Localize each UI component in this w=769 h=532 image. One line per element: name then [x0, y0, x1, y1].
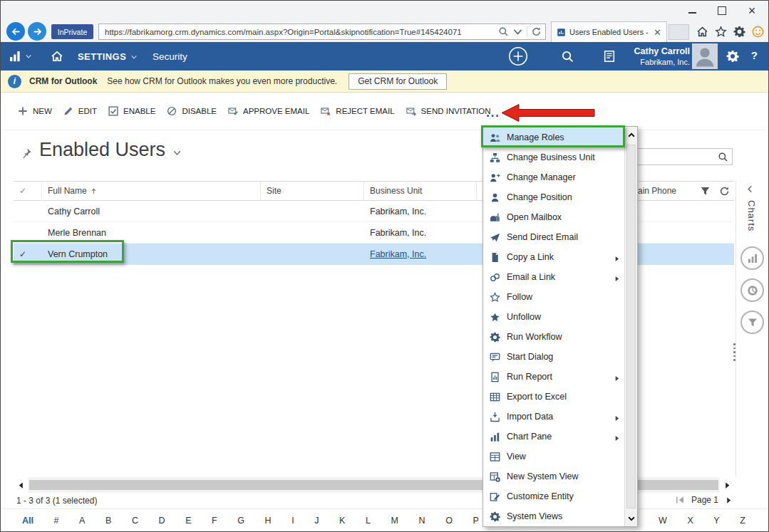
alphabet-letter-g[interactable]: G	[237, 516, 244, 526]
quick-create-icon[interactable]	[508, 46, 528, 66]
funnel-chart-button[interactable]	[740, 311, 764, 334]
column-header-business-unit[interactable]: Business Unit	[364, 182, 477, 200]
get-crm-outlook-button[interactable]: Get CRM for Outlook	[349, 73, 447, 90]
menu-item-customize-entity[interactable]: Customize Entity	[483, 486, 625, 506]
row-checkbox[interactable]	[14, 222, 42, 243]
scroll-right-button[interactable]	[720, 477, 734, 493]
nav-home-icon[interactable]	[51, 50, 63, 63]
menu-item-change-manager[interactable]: Change Manager	[483, 167, 625, 187]
bar-chart-button[interactable]	[740, 246, 764, 270]
menu-scroll-down-button[interactable]	[625, 510, 637, 526]
command-disable[interactable]: DISABLE	[167, 106, 217, 116]
alphabet-letter-c[interactable]: C	[132, 516, 138, 526]
menu-item-run-workflow[interactable]: Run Workflow	[483, 327, 625, 347]
menu-item-run-report[interactable]: Run Report	[483, 367, 625, 387]
menu-item-send-direct-email[interactable]: Send Direct Email	[483, 227, 625, 247]
menu-item-chart-pane[interactable]: Chart Pane	[483, 427, 625, 447]
menu-scroll-track[interactable]	[626, 143, 636, 510]
alphabet-letter-m[interactable]: M	[391, 516, 398, 526]
menu-item-export-to-excel[interactable]: Export to Excel	[483, 387, 625, 407]
alphabet-letter-o[interactable]: O	[445, 516, 453, 526]
command-enable[interactable]: ENABLE	[108, 106, 155, 116]
menu-item-unfollow[interactable]: Unfollow	[483, 307, 625, 327]
select-all-checkbox[interactable]	[14, 182, 42, 200]
menu-scroll-up-button[interactable]	[625, 127, 637, 143]
user-info[interactable]: Cathy Carroll Fabrikam, Inc.	[634, 46, 691, 67]
alphabet-letter-i[interactable]: I	[291, 516, 294, 526]
alphabet-letter-y[interactable]: Y	[713, 516, 719, 526]
back-button[interactable]	[6, 22, 25, 41]
url-input[interactable]	[99, 28, 498, 36]
view-selector[interactable]: Enabled Users	[39, 139, 182, 161]
alphabet-letter-n[interactable]: N	[419, 516, 425, 526]
column-header-site[interactable]: Site	[261, 182, 364, 200]
nav-area-security[interactable]: Security	[153, 51, 187, 62]
cell-full-name[interactable]: Vern Crumpton	[42, 244, 261, 264]
home-icon[interactable]	[696, 26, 708, 38]
command-new[interactable]: NEW	[18, 106, 52, 116]
next-page-icon[interactable]	[725, 496, 733, 504]
avatar[interactable]	[692, 43, 718, 69]
alphabet-letter-e[interactable]: E	[185, 516, 191, 526]
menu-item-change-position[interactable]: Change Position	[483, 187, 625, 207]
command-reject-email[interactable]: REJECT EMAIL	[321, 106, 394, 116]
menu-item-view[interactable]: View	[483, 447, 625, 466]
forward-button[interactable]	[28, 22, 46, 41]
alphabet-letter-l[interactable]: L	[366, 516, 371, 526]
alphabet-letter-x[interactable]: X	[687, 516, 693, 526]
alphabet-letter-d[interactable]: D	[159, 516, 165, 526]
tab-close-icon[interactable]: ✕	[654, 28, 661, 37]
menu-item-change-business-unit[interactable]: Change Business Unit	[483, 147, 625, 167]
rail-resize-grip[interactable]	[733, 343, 736, 361]
cell-full-name[interactable]: Merle Brennan	[42, 222, 261, 243]
help-button[interactable]: ?	[751, 49, 758, 61]
alphabet-letter-w[interactable]: W	[659, 516, 667, 526]
business-unit-value[interactable]: Fabrikam, Inc.	[370, 249, 426, 259]
menu-item-follow[interactable]: Follow	[483, 287, 625, 307]
refresh-icon[interactable]	[531, 26, 542, 37]
search-icon[interactable]	[498, 26, 509, 37]
column-header-full-name[interactable]: Full Name	[42, 182, 261, 200]
alphabet-letter-h[interactable]: H	[265, 516, 272, 526]
search-icon[interactable]	[718, 152, 728, 162]
expand-charts-chevron-icon[interactable]	[746, 185, 754, 193]
menu-item-email-a-link[interactable]: Email a Link	[483, 267, 625, 287]
menu-item-import-data[interactable]: Import Data	[483, 407, 625, 427]
scroll-left-button[interactable]	[14, 477, 28, 493]
feedback-smiley-icon[interactable]	[752, 26, 764, 38]
menu-item-open-mailbox[interactable]: Open Mailbox	[483, 207, 625, 227]
nav-search-icon[interactable]	[561, 50, 574, 63]
alphabet-letter-z[interactable]: Z	[740, 516, 745, 526]
chevron-down-icon[interactable]	[512, 26, 523, 37]
alphabet-letter-k[interactable]: K	[339, 516, 345, 526]
pie-chart-button[interactable]	[740, 278, 764, 302]
alphabet-letter-hash[interactable]: #	[54, 516, 59, 526]
new-tab-button[interactable]	[669, 24, 689, 40]
settings-gear-icon[interactable]	[726, 50, 739, 63]
filter-funnel-icon[interactable]	[700, 186, 711, 197]
menu-scroll-thumb[interactable]	[626, 145, 636, 508]
maximize-button[interactable]	[707, 1, 737, 20]
more-commands-button[interactable]: ...	[486, 105, 500, 120]
menu-item-system-views[interactable]: System Views	[483, 506, 625, 526]
command-edit[interactable]: EDIT	[63, 106, 97, 116]
tools-gear-icon[interactable]	[733, 26, 745, 38]
grid-refresh-icon[interactable]	[719, 186, 730, 197]
alphabet-all[interactable]: All	[22, 516, 33, 526]
cell-full-name[interactable]: Cathy Carroll	[42, 201, 261, 221]
menu-item-copy-a-link[interactable]: Copy a Link	[483, 247, 625, 267]
alphabet-letter-f[interactable]: F	[212, 516, 217, 526]
alphabet-letter-p[interactable]: P	[473, 516, 478, 526]
dynamics-logo[interactable]	[9, 51, 32, 62]
charts-rail-label[interactable]: Charts	[746, 200, 757, 231]
row-checkbox[interactable]	[14, 201, 42, 221]
nav-settings[interactable]: SETTINGS	[78, 51, 138, 62]
pin-view-icon[interactable]	[21, 147, 32, 159]
alphabet-letter-a[interactable]: A	[79, 516, 85, 526]
favorites-star-icon[interactable]	[715, 26, 727, 38]
menu-item-manage-roles[interactable]: Manage Roles	[483, 127, 625, 147]
menu-item-new-system-view[interactable]: New System View	[483, 466, 625, 486]
first-page-icon[interactable]	[675, 495, 685, 505]
minimize-button[interactable]	[677, 1, 707, 20]
command-approve-email[interactable]: APPROVE EMAIL	[228, 106, 309, 116]
